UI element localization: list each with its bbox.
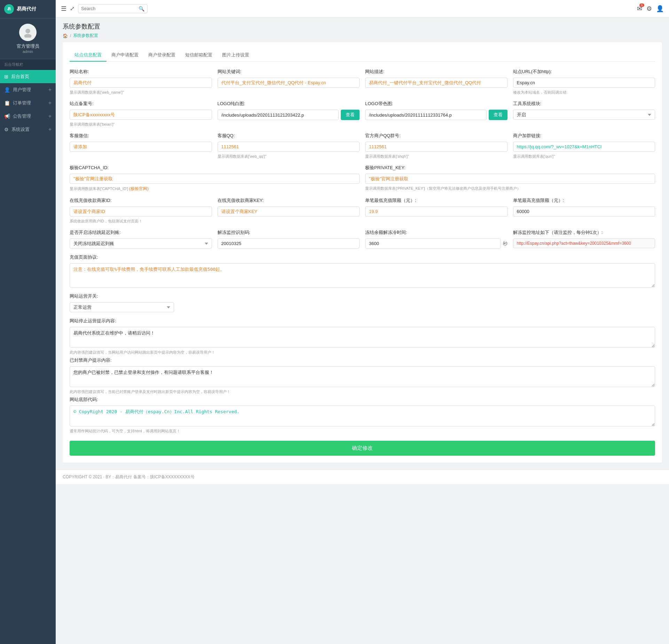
sidebar-item-label-announcements: 公告管理 [13,113,31,119]
sidebar-item-settings[interactable]: ⚙ 系统设置 + [0,123,56,136]
sidebar-item-label-orders: 订单管理 [13,100,31,106]
page-footer: COPYRIGHT © 2021 · BY：易商代付 备案号：陕ICP备XXXX… [56,470,669,484]
captcha-id-input[interactable] [70,174,360,184]
join-group-input[interactable] [513,142,655,152]
breadcrumb: 🏠 / 系统参数配置 [63,33,662,39]
freeze-captcha-label: 解冻监控识别码: [218,229,360,236]
captcha-private-hint: 显示调用数据库表['PRIVATE_KEY']（留空用户将无法修改商户信息及使用… [365,186,655,191]
qq-hint: 显示调用数据库表['web_qq']" [218,154,360,159]
orders-expand-icon: + [48,100,52,106]
sidebar-item-announcements[interactable]: 📢 公告管理 + [0,110,56,123]
recharge-merchant-id-input[interactable] [70,206,212,217]
logo-color-query-button[interactable]: 查看 [489,110,507,120]
tab-email[interactable]: 短信邮箱配置 [180,49,217,62]
recharge-agreement-label: 充值页面协议: [70,254,655,260]
dashboard-icon: ⊞ [4,74,8,79]
min-recharge-group: 单笔最低充值限额（元）: [365,197,507,224]
site-stopped-hint: 此内容强烈建议填写，当网站用户访问网站跳出新页中提示内容为空，容易误导用户！ [70,350,655,355]
freeze-captcha-input[interactable] [218,238,360,249]
settings-button[interactable]: ⚙ [646,5,652,13]
banned-merchant-label: 已封禁商户提示内容: [70,357,655,363]
submit-button[interactable]: 确定修改 [70,441,655,456]
banned-merchant-textarea[interactable] [70,366,655,387]
user-button[interactable]: 👤 [656,5,664,13]
captcha-link[interactable]: (极验官网) [129,186,149,191]
site-url-hint: 修改为本站域名，否则回调出错 [513,90,655,95]
site-status-select[interactable]: 正常运营 停止运营 [70,302,174,312]
site-desc-input[interactable] [365,78,507,88]
sidebar-item-label-dashboard: 后台首页 [11,73,29,80]
qq-input[interactable] [218,142,360,152]
banned-merchant-group: 已封禁商户提示内容: 此内容强烈建议填写，当前已封禁账户登录及支付时跳出新页中提… [70,357,655,394]
site-name-input[interactable] [70,78,212,88]
logo-white-input[interactable] [218,110,339,120]
hamburger-icon[interactable]: ☰ [61,5,66,13]
site-url-group: 站点URL(不加http): 修改为本站域名，否则回调出错 [513,69,655,95]
site-desc-label: 网站描述: [365,69,507,75]
footer-code-textarea[interactable] [70,406,655,426]
page-header: 系统参数配置 🏠 / 系统参数配置 [56,17,669,42]
announcements-icon: 📢 [4,113,10,119]
qq-group: 客服QQ: 显示调用数据库表['web_qq']" [218,133,360,159]
topbar-right: ✉ 9 ⚙ 👤 [637,5,664,13]
tab-merchant-login[interactable]: 商户登录配置 [143,49,180,62]
official-qq-input[interactable] [365,142,507,152]
wechat-group: 客服微信: [70,133,212,159]
settings-card: 站点信息配置 商户申请配置 商户登录配置 短信邮箱配置 图片上传设置 网站名称:… [63,42,662,463]
settings-expand-icon: + [48,126,52,133]
logo-icon: 易 [4,4,14,14]
recharge-agreement-textarea[interactable] [70,263,655,288]
icp-input[interactable] [70,110,212,120]
users-expand-icon: + [48,87,52,93]
site-url-input[interactable] [513,78,655,88]
captcha-id-group: 极验CAPTCHA_ID: 显示调用数据库表['CAPTCHA_ID'] (极验… [70,165,360,192]
footer-text: COPYRIGHT © 2021 · BY：易商代付 备案号：陕ICP备XXXX… [63,474,195,479]
icp-label: 站点备案号: [70,101,212,107]
captcha-private-label: 极验PRIVATE_KEY: [365,165,655,171]
footer-code-hint: 通常用作网站统计代码，可为空，支持html，将调用到网站底页！ [70,429,655,434]
freeze-url-input[interactable] [513,238,655,248]
form-row-4: 极验CAPTCHA_ID: 显示调用数据库表['CAPTCHA_ID'] (极验… [70,165,655,192]
expand-icon[interactable]: ⤢ [70,5,74,12]
sidebar: 易 易商代付 官方管理员 admin 后台导航栏 ⊞ 后台首页 👤 [0,0,56,644]
max-recharge-label: 单笔最高充值限额（元）: [513,197,655,204]
max-recharge-input[interactable] [513,206,655,217]
freeze-remaining-input[interactable] [365,238,501,249]
site-stopped-label: 网站停止运营提示内容: [70,318,655,324]
captcha-id-hint: 显示调用数据库表['CAPTCHA_ID'] (极验官网) [70,186,360,192]
notification-button[interactable]: ✉ 9 [637,5,642,13]
qq-label: 客服QQ: [218,133,360,139]
site-keywords-input[interactable] [218,78,360,88]
freeze-redirect-group: 是否开启冻结跳延迟到账: 关闭冻结跳延迟到账 开启冻结跳延迟到账 [70,229,212,249]
user-role: admin [3,49,52,54]
wechat-input[interactable] [70,142,212,152]
min-recharge-input[interactable] [365,206,507,217]
footer-code-label: 网站底部代码: [70,396,655,403]
tabs: 站点信息配置 商户申请配置 商户登录配置 短信邮箱配置 图片上传设置 [70,49,655,62]
banned-merchant-hint: 此内容强烈建议填写，当前已封禁账户登录及支付时跳出新页中提示内容为空，容易误导用… [70,389,655,394]
user-info: 官方管理员 admin [0,18,56,59]
logo-white-query-button[interactable]: 查看 [341,110,360,120]
tab-image-upload[interactable]: 图片上传设置 [217,49,254,62]
max-recharge-group: 单笔最高充值限额（元）: [513,197,655,224]
logo-color-label: LOGO带色图: [365,101,507,107]
sidebar-item-orders[interactable]: 📋 订单管理 + [0,96,56,110]
recharge-merchant-key-label: 在线充值收款商家KEY: [218,197,360,204]
sidebar-item-dashboard[interactable]: ⊞ 后台首页 [0,70,56,83]
logo-color-input[interactable] [365,110,487,120]
search-input[interactable] [81,6,136,11]
tab-site-info[interactable]: 站点信息配置 [70,49,107,62]
recharge-merchant-id-group: 在线充值收款商家ID: 系统收款所用商户ID，包括测试支付页面！ [70,197,212,224]
tab-merchant-apply[interactable]: 商户申请配置 [107,49,143,62]
top-bar: ☰ ⤢ 🔍 ✉ 9 ⚙ 👤 [56,0,669,17]
username: 官方管理员 [3,43,52,49]
sidebar-item-users[interactable]: 👤 用户管理 + [0,83,56,96]
nav-label: 后台导航栏 [0,59,56,70]
site-stopped-textarea[interactable] [70,327,655,348]
industry-module-select[interactable]: 开启 关闭 [513,110,655,120]
freeze-redirect-select[interactable]: 关闭冻结跳延迟到账 开启冻结跳延迟到账 [70,238,212,249]
recharge-merchant-key-group: 在线充值收款商家KEY: [218,197,360,224]
join-group-label: 商户加群链接: [513,133,655,139]
captcha-private-input[interactable] [365,174,655,184]
recharge-merchant-key-input[interactable] [218,206,360,217]
